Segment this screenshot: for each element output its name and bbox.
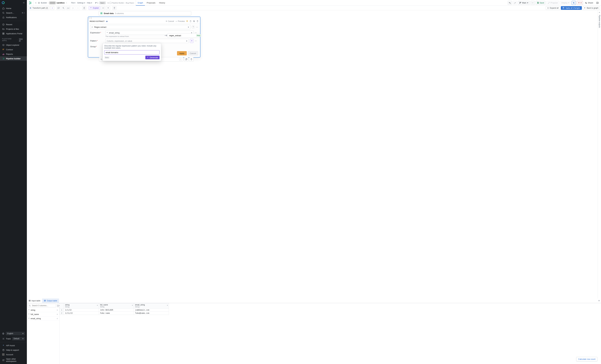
function-select[interactable]: fx Regex extract ▾ bbox=[90, 25, 190, 29]
close-x-button[interactable]: ✕ bbox=[106, 6, 110, 10]
tab-input-table[interactable]: Input table bbox=[27, 298, 42, 303]
sidebar-item-projects[interactable]: Projects & files bbox=[0, 27, 27, 31]
column-item[interactable]: ❝email_string≡ bbox=[27, 316, 59, 321]
column-search-input[interactable] bbox=[32, 304, 55, 307]
canvas[interactable]: Email data 3 columns ⋮⋮ REGEX EXTRACT ✕ … bbox=[27, 10, 598, 303]
trash2-button[interactable] bbox=[189, 57, 193, 62]
cancel-button[interactable]: Cancel bbox=[188, 51, 198, 55]
add-transform-button[interactable]: ＋ bbox=[50, 6, 54, 10]
preview-link[interactable]: ＋ Preview bbox=[175, 20, 185, 23]
calculate-row-count[interactable]: Calculate row count bbox=[576, 357, 597, 361]
breadcrumb-builder[interactable]: Builder bbox=[41, 2, 47, 4]
bulb-icon[interactable] bbox=[186, 20, 188, 22]
col-menu-icon[interactable]: ▾ bbox=[97, 304, 98, 306]
col-menu-icon[interactable]: ▾ bbox=[167, 304, 168, 306]
view-all-link[interactable]: View all bbox=[19, 38, 25, 41]
sidebar-item-home[interactable]: Home bbox=[0, 6, 27, 10]
trash-icon[interactable] bbox=[196, 20, 199, 22]
sidebar-item-aip[interactable]: AIP Assist bbox=[0, 343, 27, 348]
help-icon[interactable]: ? bbox=[191, 25, 195, 29]
sidebar-item-reports[interactable]: Reports bbox=[0, 52, 27, 56]
share-button[interactable]: Share bbox=[584, 1, 594, 5]
menu-help[interactable]: Help ▾ bbox=[86, 1, 93, 5]
sidebar-item-help[interactable]: Help & support bbox=[0, 348, 27, 352]
menu-settings[interactable]: Settings ▾ bbox=[76, 1, 86, 5]
batch-badge[interactable]: Batch bbox=[99, 2, 106, 4]
plus-button[interactable]: ＋ bbox=[76, 6, 80, 10]
sidebar-item-object-explorer[interactable]: Object explorer bbox=[0, 43, 27, 47]
expand-code-button[interactable] bbox=[101, 6, 105, 10]
pattern-select[interactable]: Column, expression, or value ▾ bbox=[105, 39, 189, 43]
clipboard-button[interactable] bbox=[82, 6, 86, 10]
tab-history[interactable]: History bbox=[157, 0, 167, 6]
expand-rail-icon[interactable]: « bbox=[599, 11, 600, 13]
track-select[interactable]: Default ▾ bbox=[12, 337, 25, 340]
sort-icon[interactable]: ≡ bbox=[57, 309, 58, 311]
save-button[interactable]: Save bbox=[536, 1, 546, 5]
sidebar-item-search[interactable]: Search… ⌘ J bbox=[0, 10, 27, 15]
drag-handle-icon[interactable]: ⋮⋮ bbox=[88, 17, 200, 19]
sidebar-item-open-other[interactable]: Open other workspaces bbox=[0, 357, 27, 364]
apply-button[interactable]: Apply bbox=[177, 51, 187, 55]
collapse-sidebar-icon[interactable] bbox=[23, 1, 25, 4]
deploy-button[interactable]: Deploy ▾ bbox=[560, 1, 571, 5]
sidebar-item-notifications[interactable]: Notifications bbox=[0, 15, 27, 20]
sort-icon[interactable]: ≡ bbox=[57, 313, 58, 315]
more-icon[interactable]: ⋯ bbox=[195, 39, 198, 42]
transform-path-pill[interactable]: Transform path (2) bbox=[28, 6, 49, 10]
open-new-button[interactable] bbox=[184, 57, 188, 62]
sidebar-item-recent[interactable]: Recent bbox=[0, 22, 27, 27]
table-row[interactable]: 2 1/11/22 Fake name fake@name.com bbox=[60, 312, 169, 315]
collapse-panel-icon[interactable] bbox=[597, 298, 601, 303]
ai-pattern-button[interactable] bbox=[190, 39, 193, 43]
col-header[interactable]: stringString ▾ bbox=[64, 303, 99, 308]
column-item[interactable]: ❝string≡ bbox=[27, 308, 59, 312]
cancel-link[interactable]: ✕ Cancel bbox=[166, 20, 174, 22]
language-select[interactable]: English ▾ bbox=[6, 332, 25, 335]
back-icon[interactable] bbox=[35, 2, 37, 4]
comment-button[interactable] bbox=[57, 6, 60, 10]
output-column-input[interactable] bbox=[169, 34, 195, 37]
column-item[interactable]: ❝full_name≡ bbox=[27, 312, 59, 316]
branch-select[interactable]: Main ▾ bbox=[518, 1, 530, 5]
redo-button[interactable] bbox=[513, 1, 517, 5]
explain-button[interactable]: Explain bbox=[89, 6, 100, 10]
search2-button[interactable] bbox=[61, 6, 65, 10]
menu-file[interactable]: File ▾ bbox=[70, 1, 76, 5]
sidebar-item-contour[interactable]: Contour bbox=[0, 47, 27, 52]
tune-button[interactable] bbox=[571, 1, 576, 5]
batch-count[interactable]: 1 bbox=[94, 1, 99, 5]
ai-pattern-input[interactable] bbox=[104, 50, 160, 54]
tab-graph[interactable]: Graph bbox=[136, 0, 145, 6]
sidebar-item-apps-portal[interactable]: Applications Portal bbox=[0, 31, 27, 36]
tab-proposals[interactable]: Proposals bbox=[145, 0, 157, 6]
col-menu-icon[interactable]: ▾ bbox=[132, 304, 133, 306]
propose-button[interactable]: Propose bbox=[546, 1, 559, 5]
sidebar-item-account[interactable]: Account bbox=[0, 352, 27, 357]
tab-output-table[interactable]: Output table bbox=[42, 298, 59, 303]
apply-all-button[interactable]: Apply all changes bbox=[561, 6, 582, 10]
more-button[interactable]: ⋯ bbox=[531, 1, 535, 5]
node-email-data[interactable]: Email data 3 columns bbox=[99, 11, 191, 15]
column-search[interactable] bbox=[28, 304, 56, 307]
errors-button[interactable]: ✕ 4 bbox=[577, 1, 583, 5]
trash-button[interactable] bbox=[112, 6, 116, 10]
fx2-button[interactable]: fx bbox=[71, 6, 75, 10]
col-header[interactable]: email_stringString ▾ bbox=[134, 303, 169, 308]
star-icon[interactable]: ☆ bbox=[66, 2, 67, 4]
more-icon[interactable]: ⋯ bbox=[196, 26, 198, 28]
sort-icon[interactable]: ≡ bbox=[57, 317, 58, 320]
undo-button[interactable] bbox=[508, 1, 512, 5]
table-row[interactable]: 1 1/1/22 John BUILDER jo@domain.com bbox=[60, 308, 169, 312]
sidebar-item-pipeline-builder[interactable]: Pipeline builder bbox=[0, 56, 27, 61]
panel-toggle-button[interactable] bbox=[595, 1, 600, 5]
expand-all-button[interactable]: Expand all bbox=[546, 6, 560, 10]
generate-button[interactable]: Generate bbox=[145, 56, 160, 59]
bars-icon[interactable] bbox=[106, 20, 108, 22]
col-header[interactable]: full_nameString ▾ bbox=[99, 303, 134, 308]
back-to-graph-button[interactable]: Back to graph bbox=[583, 6, 600, 10]
fx-button[interactable]: (x) bbox=[66, 6, 70, 10]
clipboard-icon[interactable] bbox=[190, 20, 192, 22]
svg-rect-29 bbox=[194, 21, 195, 22]
copy-icon[interactable] bbox=[193, 20, 195, 22]
